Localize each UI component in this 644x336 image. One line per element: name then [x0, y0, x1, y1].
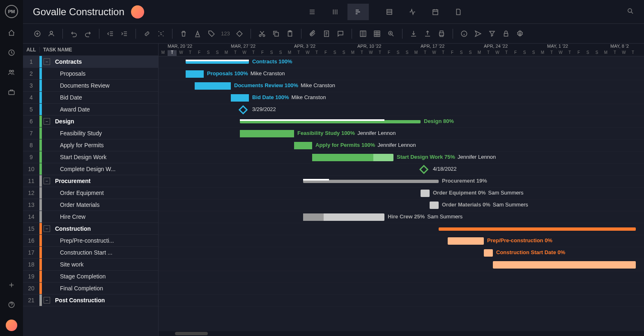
- task-row[interactable]: 4Bid Date: [23, 92, 158, 104]
- gantt-row[interactable]: Design 80%: [159, 116, 644, 128]
- gantt-bar[interactable]: [493, 261, 636, 269]
- horizontal-scrollbar[interactable]: [159, 331, 644, 336]
- home-icon[interactable]: [7, 28, 16, 38]
- gantt-row[interactable]: Apply for Permits 100%Jennifer Lennon: [159, 140, 644, 152]
- outdent-icon[interactable]: [106, 29, 115, 38]
- task-row[interactable]: 12Order Equipment: [23, 187, 158, 199]
- attach-icon[interactable]: [308, 29, 317, 38]
- gantt-row[interactable]: Contracts 100%: [159, 56, 644, 68]
- view-sheet-icon[interactable]: [379, 4, 400, 20]
- column-task-name[interactable]: TASK NAME: [39, 47, 158, 53]
- gantt-row[interactable]: Procurement 19%: [159, 176, 644, 188]
- add-icon[interactable]: [7, 280, 16, 290]
- gantt-row[interactable]: Hire Crew 25%Sam Summers: [159, 211, 644, 223]
- search-icon[interactable]: [627, 7, 634, 16]
- milestone-icon[interactable]: [235, 29, 244, 38]
- gantt-bar[interactable]: [439, 227, 636, 231]
- collapse-icon[interactable]: −: [44, 297, 50, 304]
- gantt-row[interactable]: [159, 283, 644, 295]
- task-row[interactable]: 21−Post Construction: [23, 294, 158, 306]
- add-task-icon[interactable]: [33, 29, 42, 38]
- task-row[interactable]: 10Complete Design W...: [23, 163, 158, 175]
- task-row[interactable]: 18Site work: [23, 259, 158, 271]
- task-row[interactable]: 13Order Materials: [23, 199, 158, 211]
- filter-icon[interactable]: [488, 29, 497, 38]
- user-avatar[interactable]: [6, 320, 17, 331]
- view-gantt-icon[interactable]: [347, 4, 369, 20]
- gantt-bar[interactable]: [303, 180, 439, 183]
- task-row[interactable]: 9Start Design Work: [23, 151, 158, 163]
- milestone-marker[interactable]: [419, 165, 429, 174]
- send-icon[interactable]: [474, 29, 483, 38]
- redo-icon[interactable]: [83, 29, 92, 38]
- gantt-row[interactable]: Feasibility Study 100%Jennifer Lennon: [159, 128, 644, 140]
- collapse-icon[interactable]: −: [44, 118, 50, 125]
- scrollbar-thumb[interactable]: [175, 332, 208, 335]
- gantt-row[interactable]: 3/29/2022: [159, 104, 644, 116]
- undo-icon[interactable]: [69, 29, 78, 38]
- info-icon[interactable]: [460, 29, 469, 38]
- gantt-body[interactable]: Contracts 100%Proposals 100%Mike Cransto…: [159, 56, 644, 336]
- note-icon[interactable]: [322, 29, 331, 38]
- view-board-icon[interactable]: [324, 4, 346, 20]
- gantt-bar[interactable]: [231, 94, 249, 102]
- lock-icon[interactable]: [501, 29, 511, 38]
- people-icon[interactable]: [7, 67, 16, 77]
- gantt-bar[interactable]: [240, 120, 421, 123]
- link-icon[interactable]: [143, 29, 152, 38]
- gantt-bar[interactable]: [195, 82, 231, 90]
- task-row[interactable]: 1−Contracts: [23, 56, 158, 68]
- gantt-row[interactable]: [159, 223, 644, 235]
- gantt-chart[interactable]: MAR, 20 '22MAR, 27 '22APR, 3 '22APR, 10 …: [159, 44, 644, 336]
- task-row[interactable]: 19Stage Completion: [23, 271, 158, 283]
- gantt-bar[interactable]: [312, 154, 393, 161]
- gantt-row[interactable]: [159, 295, 644, 307]
- indent-icon[interactable]: [120, 29, 129, 38]
- gantt-row[interactable]: Start Design Work 75%Jennifer Lennon: [159, 152, 644, 164]
- collapse-icon[interactable]: −: [44, 225, 50, 232]
- gantt-bar[interactable]: [484, 249, 493, 257]
- copy-icon[interactable]: [271, 29, 281, 38]
- task-row[interactable]: 20Final Completion: [23, 283, 158, 294]
- export-icon[interactable]: [423, 29, 432, 38]
- gantt-row[interactable]: [159, 271, 644, 283]
- gantt-bar[interactable]: [448, 237, 484, 245]
- gantt-row[interactable]: Prep/Pre-construction 0%: [159, 235, 644, 247]
- print-icon[interactable]: [437, 29, 446, 38]
- gantt-row[interactable]: Construction Start Date 0%: [159, 247, 644, 259]
- gantt-bar[interactable]: [421, 190, 430, 197]
- briefcase-icon[interactable]: [7, 87, 16, 97]
- task-row[interactable]: 5Award Date: [23, 104, 158, 116]
- gantt-row[interactable]: 4/18/2022: [159, 164, 644, 176]
- gantt-bar[interactable]: [430, 202, 439, 209]
- text-format-icon[interactable]: [193, 29, 202, 38]
- gantt-bar[interactable]: [303, 213, 384, 221]
- task-row[interactable]: 2Proposals: [23, 68, 158, 80]
- task-row[interactable]: 14Hire Crew: [23, 211, 158, 223]
- collapse-icon[interactable]: −: [44, 58, 50, 65]
- gantt-bar[interactable]: [294, 142, 312, 149]
- task-row[interactable]: 11−Procurement: [23, 175, 158, 187]
- unlink-icon[interactable]: [156, 29, 166, 38]
- project-avatar[interactable]: [131, 5, 144, 19]
- task-row[interactable]: 16Prep/Pre-constructi...: [23, 235, 158, 247]
- clock-icon[interactable]: [7, 48, 16, 58]
- help-icon[interactable]: [7, 300, 16, 310]
- milestone-marker[interactable]: [239, 105, 248, 115]
- gantt-bar[interactable]: [186, 70, 204, 78]
- task-row[interactable]: 7Feasibility Study: [23, 127, 158, 139]
- gantt-row[interactable]: Proposals 100%Mike Cranston: [159, 68, 644, 80]
- comment-icon[interactable]: [336, 29, 345, 38]
- gantt-bar[interactable]: [186, 60, 249, 64]
- view-file-icon[interactable]: [448, 4, 469, 20]
- gantt-row[interactable]: Bid Date 100%Mike Cranston: [159, 92, 644, 104]
- collapse-icon[interactable]: −: [44, 178, 50, 184]
- columns-icon[interactable]: [359, 29, 368, 38]
- task-row[interactable]: 15−Construction: [23, 223, 158, 235]
- gantt-row[interactable]: Order Materials 0%Sam Summers: [159, 199, 644, 211]
- paste-icon[interactable]: [285, 29, 294, 38]
- task-row[interactable]: 3Documents Review: [23, 80, 158, 92]
- task-row[interactable]: 17Construction Start ...: [23, 247, 158, 259]
- gantt-row[interactable]: [159, 259, 644, 271]
- zoom-icon[interactable]: [386, 29, 396, 38]
